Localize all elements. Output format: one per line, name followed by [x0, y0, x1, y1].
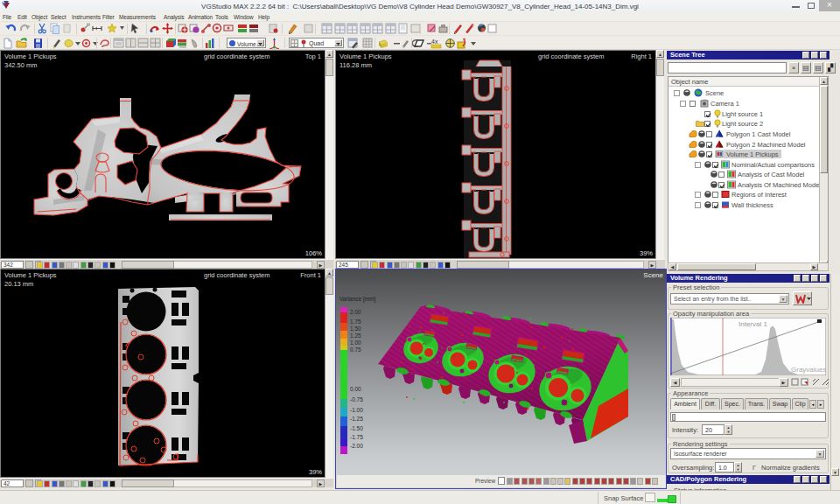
svg-text:4x: 4x — [431, 38, 438, 45]
svg-text:Grayvalues: Grayvalues — [791, 366, 826, 374]
svg-text:Interval 1: Interval 1 — [738, 320, 767, 328]
